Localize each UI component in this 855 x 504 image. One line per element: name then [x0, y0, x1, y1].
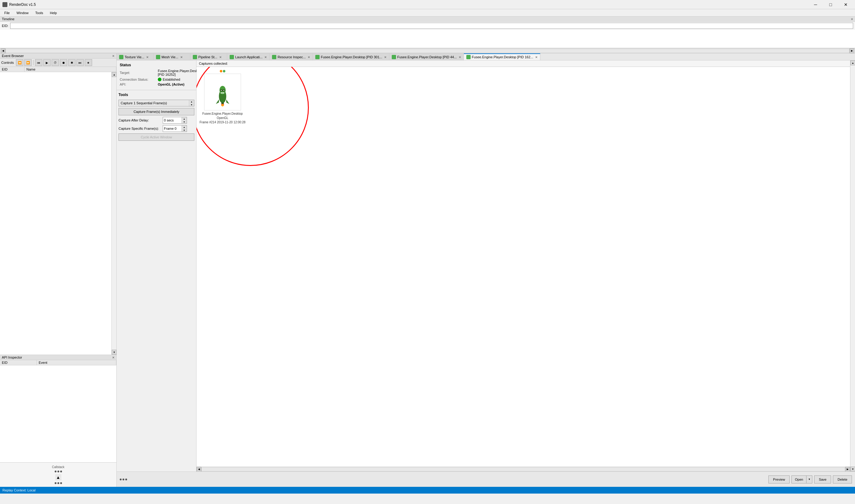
capture-delay-input-spin: ▲ ▼ — [163, 117, 187, 124]
bottom-dot-3 — [125, 479, 127, 480]
tab-fusee2[interactable]: Fusee.Engine.Player.Desktop [PID 44... ✕ — [389, 53, 464, 60]
toolbar-btn-2[interactable]: ⏩ — [24, 59, 32, 66]
tab-texture-view[interactable]: Texture Vie... ✕ — [117, 53, 154, 60]
capture-immediately-button[interactable]: Capture Frame(s) Immediately — [119, 108, 194, 115]
toolbar-btn-9[interactable]: ★ — [85, 59, 92, 66]
capture-specific-down[interactable]: ▼ — [182, 128, 187, 131]
col-name: Name — [24, 67, 116, 72]
up-arrow-button[interactable]: ▲ — [55, 474, 62, 480]
scroll-right-arrow[interactable]: ▶ — [850, 49, 854, 53]
eb-scroll-up[interactable]: ▲ — [112, 72, 117, 77]
save-button[interactable]: Save — [814, 475, 831, 483]
bottom-right: Preview Open ▼ Save Delete — [768, 475, 852, 483]
tab-launch[interactable]: Launch Applicati... ✕ — [227, 53, 269, 60]
bottom-dot-1 — [120, 479, 122, 480]
capture-seq-up[interactable]: ▲ — [189, 100, 194, 103]
cycle-active-window-button[interactable]: Cycle Active Window — [119, 133, 194, 141]
capture-delay-down[interactable]: ▼ — [182, 120, 187, 123]
timeline-scrollbar: ◀ ▶ — [0, 48, 855, 53]
capture-specific-input-spin: ▲ ▼ — [163, 125, 187, 132]
tab-resource-close[interactable]: ✕ — [308, 55, 310, 59]
capture-specific-input[interactable] — [163, 125, 181, 131]
scroll-left-arrow[interactable]: ◀ — [1, 49, 5, 53]
connection-label: Connection Status: — [120, 78, 157, 81]
capture-sequential-text: Capture 1 Sequential Frame(s) — [119, 101, 189, 106]
tab-resource[interactable]: Resource Inspec... ✕ — [269, 53, 313, 60]
timeline-close-icon[interactable]: ✕ — [851, 17, 853, 21]
eb-scroll-down[interactable]: ▼ — [112, 350, 117, 355]
toolbar-btn-6[interactable]: ⏺ — [60, 59, 67, 66]
timeline-header: Timeline ✕ — [0, 17, 855, 22]
open-main-button[interactable]: Open — [791, 475, 806, 483]
tab-mesh-close[interactable]: ✕ — [180, 55, 183, 59]
connection-value: Established — [163, 78, 180, 81]
capture-specific-up[interactable]: ▲ — [182, 125, 187, 128]
tab-fusee1-close[interactable]: ✕ — [384, 55, 386, 59]
status-tools-panel: Status Target: Fusee.Engine.Player.Deskt… — [117, 60, 196, 471]
tab-fusee3[interactable]: Fusee.Engine.Player.Desktop [PID 162... … — [464, 53, 540, 60]
maximize-button[interactable]: □ — [824, 0, 838, 9]
eid-input[interactable] — [10, 23, 853, 29]
scroll-track[interactable] — [5, 49, 850, 53]
target-value: Fusee.Engine.Player.Desktop [PID 16252] — [158, 69, 202, 76]
tab-pipeline-close[interactable]: ✕ — [219, 55, 222, 59]
toolbar-btn-1[interactable]: ⏪ — [16, 59, 23, 66]
open-arrow-button[interactable]: ▼ — [806, 475, 812, 483]
delete-button[interactable]: Delete — [833, 475, 852, 483]
menu-help[interactable]: Help — [47, 9, 60, 16]
capture-seq-down[interactable]: ▼ — [189, 103, 194, 106]
bottom-dot-2 — [122, 479, 124, 480]
tab-texture-label: Texture Vie... — [125, 55, 144, 59]
svg-point-11 — [222, 105, 224, 106]
eb-scroll-track[interactable] — [112, 77, 116, 350]
cap-scroll-right[interactable]: ▶ — [845, 467, 850, 472]
tab-fusee2-close[interactable]: ✕ — [459, 55, 461, 59]
captures-body: Fusee.Engine.Player.Desktop OpenGL Frame… — [196, 67, 850, 467]
captures-area: Captures collected: — [196, 60, 850, 471]
preview-button[interactable]: Preview — [768, 475, 790, 483]
captures-header-text: Captures collected: — [199, 62, 228, 65]
tab-launch-close[interactable]: ✕ — [264, 55, 267, 59]
close-button[interactable]: ✕ — [839, 0, 853, 9]
toolbar-btn-8[interactable]: ⏭ — [76, 59, 84, 66]
app-title: RenderDoc v1.5 — [9, 2, 36, 7]
event-browser-close-icon[interactable]: ✕ — [112, 54, 115, 58]
tab-mesh-view[interactable]: Mesh Vie... ✕ — [154, 53, 190, 60]
capture-delay-up[interactable]: ▲ — [182, 117, 187, 120]
cap-scroll-left[interactable]: ◀ — [196, 467, 202, 472]
toolbar-btn-7[interactable]: ✱ — [68, 59, 75, 66]
capture-delay-input[interactable] — [163, 117, 181, 123]
minimize-button[interactable]: ─ — [809, 0, 822, 9]
toolbar-btn-5[interactable]: ⏱ — [52, 59, 59, 66]
timeline-panel: Timeline ✕ EID: ◀ ▶ — [0, 17, 855, 53]
right-scroll-up[interactable]: ▲ — [850, 60, 855, 65]
right-area: Texture Vie... ✕ Mesh Vie... ✕ Pipeline … — [117, 53, 855, 487]
status-section: Status Target: Fusee.Engine.Player.Deskt… — [117, 60, 196, 90]
svg-point-5 — [223, 90, 224, 91]
status-title: Status — [120, 63, 193, 67]
capture-sequential-select[interactable]: Capture 1 Sequential Frame(s) ▲ ▼ — [119, 100, 194, 106]
tools-section: Tools Capture 1 Sequential Frame(s) ▲ ▼ … — [117, 90, 196, 143]
capture-specific-spinners: ▲ ▼ — [181, 125, 187, 131]
cap-scroll-track[interactable] — [202, 467, 845, 471]
svg-rect-8 — [223, 92, 224, 93]
tab-texture-close[interactable]: ✕ — [146, 55, 149, 59]
tab-pipeline[interactable]: Pipeline St... ✕ — [190, 53, 227, 60]
capture-thumb[interactable]: Fusee.Engine.Player.Desktop OpenGL Frame… — [199, 70, 246, 125]
toolbar-btn-3[interactable]: ⏮ — [35, 59, 42, 66]
tab-fusee3-label: Fusee.Engine.Player.Desktop [PID 162... — [472, 55, 533, 59]
api-inspector-close-icon[interactable]: ✕ — [112, 356, 115, 359]
rocket-svg — [213, 83, 232, 110]
toolbar-btn-4[interactable]: ▶ — [43, 59, 51, 66]
menu-file[interactable]: File — [1, 9, 13, 16]
right-scroll-track[interactable] — [850, 65, 855, 467]
tab-fusee3-close[interactable]: ✕ — [535, 55, 538, 59]
menu-tools[interactable]: Tools — [32, 9, 46, 16]
tab-fusee2-label: Fusee.Engine.Player.Desktop [PID 44... — [397, 55, 457, 59]
capture-delay-spinners: ▲ ▼ — [181, 117, 187, 123]
dot-5 — [57, 482, 59, 484]
right-scroll-down[interactable]: ▼ — [850, 467, 855, 471]
target-label: Target: — [120, 71, 157, 74]
tab-fusee1[interactable]: Fusee.Engine.Player.Desktop [PID 301... … — [313, 53, 389, 60]
menu-window[interactable]: Window — [14, 9, 32, 16]
